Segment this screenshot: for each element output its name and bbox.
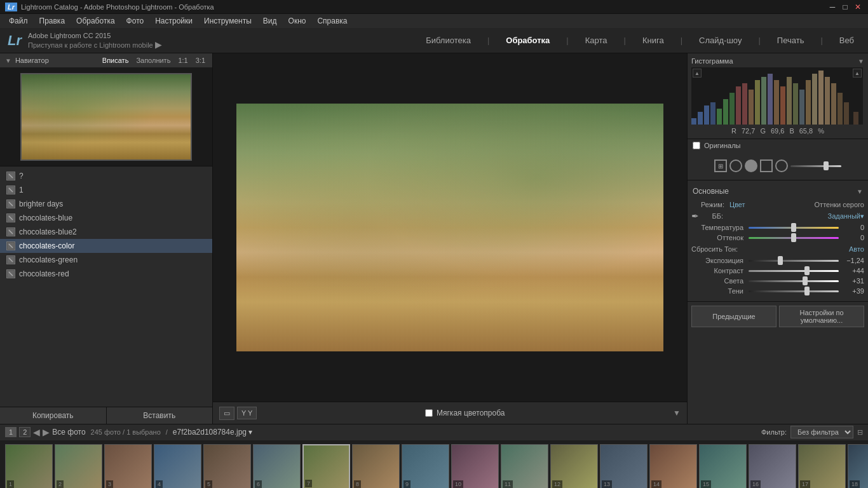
preset-item-choc-red[interactable]: chocolates-red [0, 267, 212, 281]
maximize-button[interactable]: □ [840, 2, 850, 12]
gradient-tool-icon[interactable] [775, 159, 788, 172]
minimize-button[interactable]: ─ [827, 2, 837, 12]
film-thumb-5[interactable]: 5 [203, 444, 251, 488]
menu-window[interactable]: Окно [283, 15, 311, 27]
module-library[interactable]: Библиотека [419, 33, 477, 48]
preset-item-choc-blue2[interactable]: chocolates-blue2 [0, 225, 212, 239]
module-develop[interactable]: Обработка [499, 33, 556, 48]
highlights-slider[interactable] [749, 280, 839, 282]
filter-select[interactable]: Без фильтра [790, 426, 853, 438]
shadows-slider[interactable] [749, 290, 839, 292]
film-thumb-1[interactable]: 1 [5, 444, 53, 488]
menu-view[interactable]: Вид [258, 15, 282, 27]
exposure-slider[interactable] [749, 260, 839, 262]
preset-item-q[interactable]: ? [0, 169, 212, 183]
filmstrip-filename[interactable]: e7f2ba2d108784e.jpg ▾ [173, 428, 252, 437]
softproof-checkbox[interactable] [425, 409, 433, 417]
temp-slider[interactable] [749, 227, 839, 229]
module-book[interactable]: Книга [636, 33, 670, 48]
film-thumb-12[interactable]: 12 [550, 444, 598, 488]
spot-tool-icon[interactable] [745, 159, 757, 172]
filmstrip-prev-arrow[interactable]: ◀ [33, 427, 40, 437]
nav-fit[interactable]: Вписать [100, 56, 131, 65]
menu-settings[interactable]: Настройки [150, 15, 198, 27]
default-settings-button[interactable]: Настройки по умолчанию... [779, 306, 864, 327]
film-thumb-16[interactable]: 16 [749, 444, 796, 488]
shadow-clipping-icon[interactable]: ▲ [693, 69, 702, 78]
highlight-clipping-icon[interactable]: ▲ [853, 69, 862, 78]
navigator-header[interactable]: ▼ Навигатор Вписать Заполнить 1:1 3:1 [0, 53, 212, 67]
contrast-slider[interactable] [749, 270, 839, 272]
film-thumb-6[interactable]: 6 [253, 444, 301, 488]
filmstrip-next-arrow[interactable]: ▶ [43, 427, 50, 437]
contrast-row: Контраст +44 [691, 267, 864, 274]
nav-fill[interactable]: Заполнить [134, 56, 172, 65]
highlights-value: +31 [839, 277, 864, 285]
window-controls[interactable]: ─ □ ✕ [827, 2, 863, 12]
film-thumb-8[interactable]: 8 [352, 444, 400, 488]
redeye-tool-icon[interactable] [760, 159, 773, 172]
film-thumb-13[interactable]: 13 [600, 444, 648, 488]
module-web[interactable]: Веб [833, 33, 860, 48]
basics-collapse-icon[interactable]: ▼ [857, 188, 863, 195]
menu-tools[interactable]: Инструменты [199, 15, 257, 27]
adjustment-slider[interactable] [790, 165, 841, 167]
tint-slider[interactable] [749, 237, 839, 239]
close-button[interactable]: ✕ [853, 2, 863, 12]
crop-tool-button[interactable]: ▭ [219, 407, 234, 420]
module-map[interactable]: Карта [579, 33, 614, 48]
aspect-tool-button[interactable]: Y Y [237, 407, 257, 419]
filmstrip-photos[interactable]: 1 2 3 4 5 6 7 8 9 10 11 [0, 440, 868, 488]
menu-file[interactable]: Файл [4, 15, 33, 27]
filmstrip-all-photos[interactable]: Все фото [52, 428, 85, 437]
eyedropper-icon[interactable]: ✒ [691, 211, 699, 221]
main-photo-container[interactable] [236, 104, 663, 351]
nav-1to1[interactable]: 1:1 [176, 56, 189, 65]
film-thumb-11[interactable]: 11 [501, 444, 548, 488]
previous-settings-button[interactable]: Предыдущие [691, 306, 776, 327]
navigator-thumbnail[interactable] [20, 73, 192, 161]
film-thumb-7[interactable]: 7 [302, 444, 350, 488]
grid-tool-icon[interactable]: ⊞ [714, 159, 727, 172]
film-thumb-10[interactable]: 10 [451, 444, 499, 488]
navigator-collapse-icon[interactable]: ▼ [5, 57, 11, 64]
mode-value[interactable]: Цвет [729, 201, 745, 208]
copy-button[interactable]: Копировать [0, 407, 107, 424]
film-thumb-2[interactable]: 2 [55, 444, 102, 488]
auto-button[interactable]: Авто [849, 245, 864, 253]
module-print[interactable]: Печать [771, 33, 811, 48]
module-slideshow[interactable]: Слайд-шоу [693, 33, 748, 48]
wb-value[interactable]: Заданный [828, 212, 861, 220]
menu-edit[interactable]: Правка [34, 15, 71, 27]
toolbar-expand-icon[interactable]: ▼ [673, 409, 681, 417]
menu-photo[interactable]: Фото [121, 15, 149, 27]
film-thumb-4[interactable]: 4 [154, 444, 201, 488]
film-thumb-17[interactable]: 17 [798, 444, 846, 488]
crop-tool-icon[interactable] [729, 159, 742, 172]
film-thumb-14[interactable]: 14 [649, 444, 697, 488]
tones-value[interactable]: Оттенки серого [815, 201, 864, 208]
play-button[interactable]: ▶ [155, 39, 162, 50]
filmstrip-page-1[interactable]: 1 [5, 427, 17, 437]
paste-button[interactable]: Вставить [107, 407, 213, 424]
basics-header[interactable]: Основные ▼ [691, 184, 864, 198]
filmstrip-page-2[interactable]: 2 [19, 427, 31, 437]
menu-develop[interactable]: Обработка [71, 15, 120, 27]
wb-dropdown-icon[interactable]: ▾ [860, 212, 864, 220]
menu-help[interactable]: Справка [312, 15, 352, 27]
nav-3to1[interactable]: 3:1 [194, 56, 207, 65]
preset-item-choc-blue[interactable]: chocolates-blue [0, 211, 212, 225]
filmstrip-filename-dropdown[interactable]: ▾ [248, 428, 252, 437]
film-thumb-15[interactable]: 15 [699, 444, 747, 488]
film-thumb-3[interactable]: 3 [104, 444, 152, 488]
histogram-collapse[interactable]: ▼ [858, 58, 864, 65]
shadows-label: Тени [691, 287, 749, 295]
preset-item-1[interactable]: 1 [0, 183, 212, 197]
film-thumb-18[interactable]: 18 [848, 444, 868, 488]
preset-item-choc-green[interactable]: chocolates-green [0, 253, 212, 267]
preset-item-choc-color[interactable]: chocolates-color [0, 239, 212, 253]
preset-item-brighter[interactable]: brighter days [0, 197, 212, 211]
filter-expand-icon[interactable]: ⊟ [857, 428, 863, 437]
originals-checkbox[interactable] [693, 142, 700, 149]
film-thumb-9[interactable]: 9 [402, 444, 449, 488]
